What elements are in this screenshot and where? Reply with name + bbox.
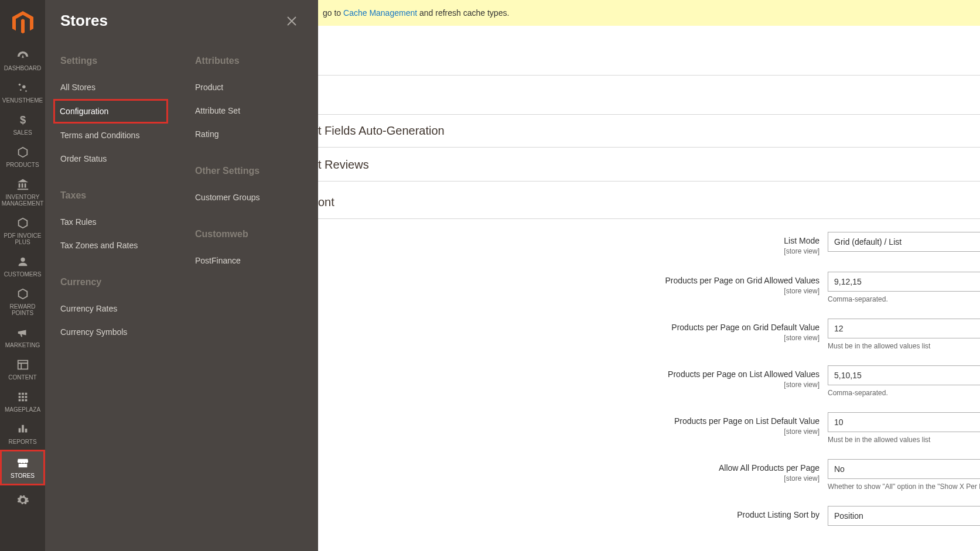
megaphone-icon xyxy=(16,326,29,340)
hex-icon xyxy=(16,216,29,230)
nav-stores[interactable]: STORES xyxy=(0,450,45,485)
grid-icon xyxy=(16,390,29,404)
dollar-icon: $ xyxy=(16,113,29,127)
storefront-icon xyxy=(16,456,29,470)
currency-heading: Currency xyxy=(60,277,168,288)
attributes-heading: Attributes xyxy=(195,56,303,66)
sort-by-select[interactable]: Position xyxy=(828,506,980,526)
sparkle-icon xyxy=(16,81,29,95)
taxes-heading: Taxes xyxy=(60,190,168,201)
nav-products[interactable]: PRODUCTS xyxy=(0,141,45,173)
allow-all-select[interactable]: No xyxy=(828,459,980,479)
menu-customer-groups[interactable]: Customer Groups xyxy=(195,186,303,209)
menu-tax-zones[interactable]: Tax Zones and Rates xyxy=(60,234,168,257)
stores-submenu: Stores Settings All Stores Configuration… xyxy=(45,0,318,551)
cache-notice: go to Cache Management and refresh cache… xyxy=(318,0,980,26)
nav-dashboard[interactable]: DASHBOARD xyxy=(0,44,45,76)
customweb-heading: Customweb xyxy=(195,229,303,239)
settings-heading: Settings xyxy=(60,56,168,66)
nav-content[interactable]: CONTENT xyxy=(0,353,45,385)
nav-system[interactable] xyxy=(0,485,45,517)
list-allowed-input[interactable] xyxy=(828,365,980,385)
main-content: go to Cache Management and refresh cache… xyxy=(318,0,980,551)
svg-text:$: $ xyxy=(19,114,25,126)
grid-allowed-input[interactable] xyxy=(828,272,980,292)
svg-point-0 xyxy=(18,84,21,86)
sort-by-label: Product Listing Sort by xyxy=(737,510,819,519)
nav-reports[interactable]: REPORTS xyxy=(0,417,45,450)
menu-currency-rates[interactable]: Currency Rates xyxy=(60,297,168,320)
section-reviews[interactable]: t Reviews xyxy=(318,149,980,182)
menu-order-status[interactable]: Order Status xyxy=(60,147,168,170)
menu-currency-symbols[interactable]: Currency Symbols xyxy=(60,320,168,344)
menu-attr-rating[interactable]: Rating xyxy=(195,122,303,146)
menu-attr-set[interactable]: Attribute Set xyxy=(195,99,303,122)
nav-customers[interactable]: CUSTOMERS xyxy=(0,250,45,282)
grid-default-label: Products per Page on Grid Default Value xyxy=(671,323,819,332)
grid-default-input[interactable] xyxy=(828,319,980,338)
magento-logo[interactable] xyxy=(6,6,39,39)
menu-attr-product[interactable]: Product xyxy=(195,76,303,99)
menu-all-stores[interactable]: All Stores xyxy=(60,76,168,99)
close-submenu-button[interactable] xyxy=(283,12,301,30)
person-icon xyxy=(16,255,29,269)
nav-pdfinvoice[interactable]: PDF INVOICE PLUS xyxy=(0,211,45,250)
list-mode-label: List Mode xyxy=(784,236,819,245)
list-default-label: Products per Page on List Default Value xyxy=(674,416,819,426)
close-icon xyxy=(286,16,297,26)
grid-allowed-label: Products per Page on Grid Allowed Values xyxy=(665,276,819,285)
menu-postfinance[interactable]: PostFinance xyxy=(195,249,303,272)
list-mode-select[interactable]: Grid (default) / List xyxy=(828,232,980,252)
hex-icon xyxy=(16,287,29,301)
menu-terms-conditions[interactable]: Terms and Conditions xyxy=(60,124,168,147)
svg-point-1 xyxy=(22,85,26,88)
nav-venustheme[interactable]: VENUSTHEME xyxy=(0,76,45,108)
submenu-title: Stores xyxy=(60,12,108,30)
main-nav: DASHBOARD VENUSTHEME $ SALES PRODUCTS IN… xyxy=(0,0,45,551)
cache-management-link[interactable]: Cache Management xyxy=(343,8,417,18)
gauge-icon xyxy=(16,49,29,63)
nav-sales[interactable]: $ SALES xyxy=(0,108,45,141)
nav-marketing[interactable]: MARKETING xyxy=(0,321,45,353)
layout-icon xyxy=(16,358,29,372)
section-storefront[interactable]: ont xyxy=(318,183,980,219)
nav-rewards[interactable]: REWARD POINTS xyxy=(0,282,45,321)
nav-inventory[interactable]: INVENTORY MANAGEMENT xyxy=(0,173,45,211)
other-heading: Other Settings xyxy=(195,166,303,176)
section-fields-auto[interactable]: t Fields Auto-Generation xyxy=(318,115,980,148)
svg-point-3 xyxy=(25,90,27,92)
cube-icon xyxy=(16,145,29,159)
gear-icon xyxy=(16,493,29,507)
allow-all-label: Allow All Products per Page xyxy=(719,463,819,473)
list-allowed-label: Products per Page on List Allowed Values xyxy=(668,369,819,379)
menu-tax-rules[interactable]: Tax Rules xyxy=(60,210,168,234)
menu-configuration[interactable]: Configuration xyxy=(53,99,168,124)
bank-icon xyxy=(16,177,29,191)
nav-mageplaza[interactable]: MAGEPLAZA xyxy=(0,385,45,417)
list-default-input[interactable] xyxy=(828,412,980,432)
bars-icon xyxy=(16,422,29,436)
svg-point-2 xyxy=(19,89,21,91)
